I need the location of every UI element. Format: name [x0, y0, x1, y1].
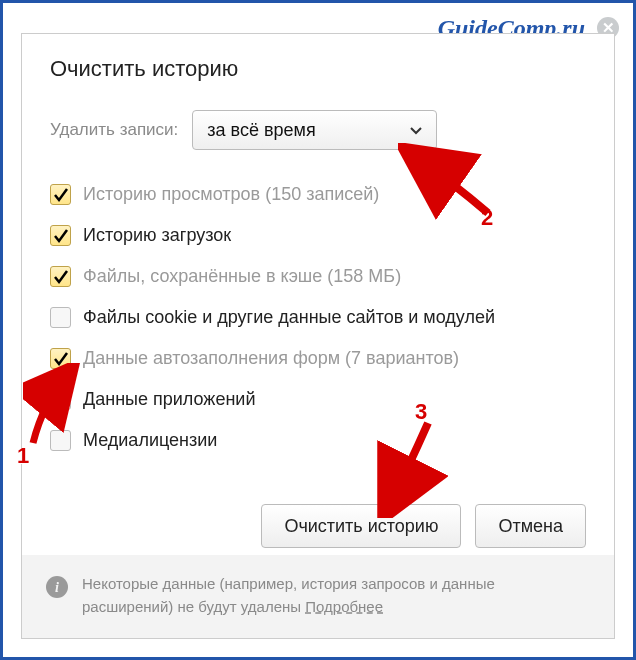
- opt-suffix: (158 МБ): [327, 266, 401, 286]
- opt-label: Историю загрузок: [83, 225, 231, 246]
- chevron-down-icon: [410, 122, 422, 138]
- checkbox-cache[interactable]: [50, 266, 71, 287]
- opt-cookies: Файлы cookie и другие данные сайтов и мо…: [50, 307, 586, 328]
- opt-suffix: (7 вариантов): [345, 348, 459, 368]
- checkbox-media-licenses[interactable]: [50, 430, 71, 451]
- footer-more-link[interactable]: Подробнее: [305, 598, 383, 615]
- footer-text: Некоторые данные (например, история запр…: [82, 573, 590, 618]
- opt-label: Данные автозаполнения форм: [83, 348, 340, 368]
- opt-label: Медиалицензии: [83, 430, 217, 451]
- checkbox-browsing-history[interactable]: [50, 184, 71, 205]
- info-icon: i: [46, 576, 68, 598]
- check-icon: [52, 227, 70, 245]
- checkbox-download-history[interactable]: [50, 225, 71, 246]
- time-range-dropdown[interactable]: за всё время: [192, 110, 437, 150]
- cancel-button[interactable]: Отмена: [475, 504, 586, 548]
- clear-history-dialog: Очистить историю Удалить записи: за всё …: [21, 33, 615, 639]
- checkbox-cookies[interactable]: [50, 307, 71, 328]
- check-icon: [52, 186, 70, 204]
- opt-label: Файлы cookie и другие данные сайтов и мо…: [83, 307, 495, 328]
- annotation-1: 1: [17, 443, 29, 469]
- time-range-label: Удалить записи:: [50, 120, 178, 140]
- options-list: Историю просмотров (150 записей) Историю…: [50, 184, 586, 451]
- check-icon: [52, 268, 70, 286]
- clear-history-button[interactable]: Очистить историю: [261, 504, 461, 548]
- opt-label: Историю просмотров: [83, 184, 260, 204]
- opt-label: Данные приложений: [83, 389, 255, 410]
- checkbox-autofill[interactable]: [50, 348, 71, 369]
- opt-suffix: (150 записей): [265, 184, 379, 204]
- opt-app-data: Данные приложений: [50, 389, 586, 410]
- opt-autofill: Данные автозаполнения форм (7 вариантов): [50, 348, 586, 369]
- dropdown-value: за всё время: [207, 120, 315, 141]
- dialog-title: Очистить историю: [50, 56, 586, 82]
- opt-cache: Файлы, сохранённые в кэше (158 МБ): [50, 266, 586, 287]
- footer: i Некоторые данные (например, история за…: [22, 555, 614, 638]
- check-icon: [52, 350, 70, 368]
- checkbox-app-data[interactable]: [50, 389, 71, 410]
- opt-media-licenses: Медиалицензии: [50, 430, 586, 451]
- opt-label: Файлы, сохранённые в кэше: [83, 266, 322, 286]
- opt-browsing-history: Историю просмотров (150 записей): [50, 184, 586, 205]
- annotation-3: 3: [415, 399, 427, 425]
- annotation-2: 2: [481, 205, 493, 231]
- opt-download-history: Историю загрузок: [50, 225, 586, 246]
